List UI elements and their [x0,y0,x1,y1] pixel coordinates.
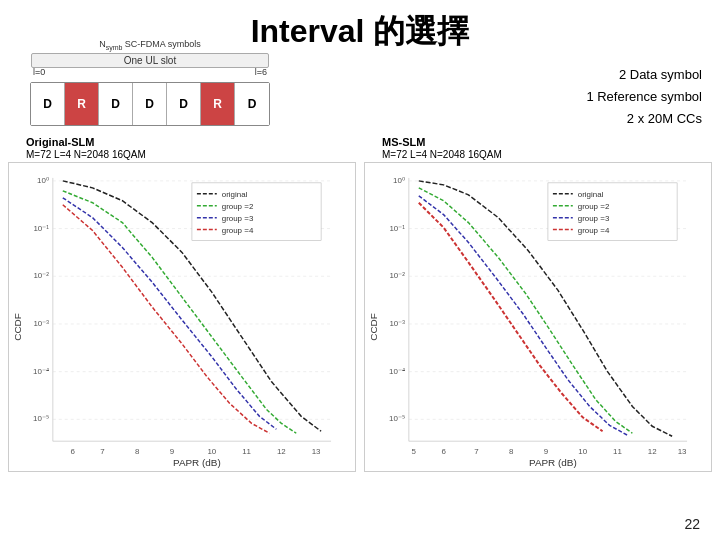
page-number: 22 [684,516,700,532]
svg-text:CCDF: CCDF [12,313,23,341]
right-chart-sublabel: M=72 L=4 N=2048 16QAM [382,149,502,160]
i6-label: l=6 [255,67,267,77]
svg-text:7: 7 [474,447,479,456]
svg-text:10⁰: 10⁰ [393,176,405,185]
svg-text:10⁻²: 10⁻² [33,272,49,281]
info-line2: 1 Reference symbol [510,86,702,108]
charts-row: Original-SLM M=72 L=4 N=2048 16QAM CCDF … [0,136,720,472]
cell-0: D [31,83,65,125]
left-chart-sublabel: M=72 L=4 N=2048 16QAM [26,149,146,160]
page-title: Interval 的選擇 [0,0,720,60]
svg-text:8: 8 [509,447,514,456]
slot-header-label: One UL slot [31,53,269,68]
left-chart-wrapper: Original-SLM M=72 L=4 N=2048 16QAM CCDF … [8,136,356,472]
page: Interval 的選擇 One UL slot l=0 l=6 Nsymb S… [0,0,720,540]
svg-text:group =2: group =2 [578,202,610,211]
svg-text:10: 10 [207,447,216,456]
svg-text:10⁻⁵: 10⁻⁵ [33,415,49,424]
svg-text:11: 11 [242,447,251,456]
svg-text:10⁻⁴: 10⁻⁴ [389,367,405,376]
cell-5: R [201,83,235,125]
svg-text:10⁻³: 10⁻³ [33,319,49,328]
svg-text:group =4: group =4 [222,226,254,235]
svg-text:6: 6 [70,447,75,456]
svg-rect-25 [192,183,321,241]
left-chart-svg: CCDF PAPR (dB) 10⁰ 10⁻¹ 10⁻² 10⁻³ 10⁻⁴ 1… [9,163,355,471]
svg-text:10⁻¹: 10⁻¹ [33,224,49,233]
svg-text:group =2: group =2 [222,202,254,211]
svg-text:PAPR (dB): PAPR (dB) [173,457,221,468]
cell-6: D [235,83,269,125]
svg-text:12: 12 [648,447,657,456]
svg-text:9: 9 [544,447,549,456]
svg-text:13: 13 [312,447,321,456]
svg-text:10⁻⁵: 10⁻⁵ [389,415,405,424]
svg-text:group =3: group =3 [578,214,610,223]
cell-1: R [65,83,99,125]
cells-row: D R D D D R D [31,83,269,125]
right-chart-area: CCDF PAPR (dB) 10⁰ 10⁻¹ 10⁻² 10⁻³ 10⁻⁴ 1… [364,162,712,472]
info-line3: 2 x 20M CCs [510,108,702,130]
svg-text:11: 11 [613,447,622,456]
top-section: One UL slot l=0 l=6 Nsymb SC-FDMA symbol… [10,60,710,130]
svg-text:8: 8 [135,447,140,456]
svg-text:10⁰: 10⁰ [37,176,49,185]
cell-3: D [133,83,167,125]
svg-text:10⁻¹: 10⁻¹ [389,224,405,233]
svg-text:10⁻⁴: 10⁻⁴ [33,367,49,376]
nsymb-scfdma-label: Nsymb SC-FDMA symbols [99,39,201,51]
svg-text:CCDF: CCDF [368,313,379,341]
svg-text:original: original [222,190,248,199]
svg-text:group =4: group =4 [578,226,610,235]
slot-diagram-container: One UL slot l=0 l=6 Nsymb SC-FDMA symbol… [10,60,510,126]
i0-label: l=0 [33,67,45,77]
svg-text:10⁻³: 10⁻³ [389,319,405,328]
right-chart-label: MS-SLM [382,136,425,148]
svg-text:10⁻²: 10⁻² [389,272,405,281]
right-chart-svg: CCDF PAPR (dB) 10⁰ 10⁻¹ 10⁻² 10⁻³ 10⁻⁴ 1… [365,163,711,471]
svg-rect-60 [548,183,677,241]
svg-text:10: 10 [578,447,587,456]
svg-text:5: 5 [412,447,417,456]
right-chart-wrapper: MS-SLM M=72 L=4 N=2048 16QAM CCDF PAPR (… [364,136,712,472]
svg-text:original: original [578,190,604,199]
left-chart-area: CCDF PAPR (dB) 10⁰ 10⁻¹ 10⁻² 10⁻³ 10⁻⁴ 1… [8,162,356,472]
svg-text:6: 6 [441,447,446,456]
svg-text:13: 13 [678,447,687,456]
svg-text:9: 9 [170,447,175,456]
cell-2: D [99,83,133,125]
svg-text:group =3: group =3 [222,214,254,223]
svg-text:PAPR (dB): PAPR (dB) [529,457,577,468]
svg-text:12: 12 [277,447,286,456]
left-chart-label: Original-SLM [26,136,94,148]
cell-4: D [167,83,201,125]
svg-text:7: 7 [100,447,105,456]
info-line1: 2 Data symbol [510,64,702,86]
info-box: 2 Data symbol 1 Reference symbol 2 x 20M… [510,60,710,130]
